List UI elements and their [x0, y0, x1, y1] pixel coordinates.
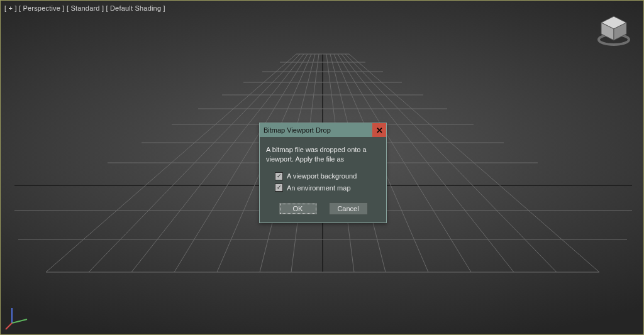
option-label: A viewport background — [287, 172, 357, 181]
checkbox-icon[interactable] — [275, 184, 283, 192]
dialog-title: Bitmap Viewport Drop — [264, 126, 372, 134]
viewport[interactable]: [ + ] [ Perspective ] [ Standard ] [ Def… — [0, 0, 644, 335]
close-button[interactable]: ✕ — [372, 123, 386, 137]
svg-line-33 — [12, 319, 27, 323]
ok-button[interactable]: OK — [279, 202, 318, 215]
option-viewport-background[interactable]: A viewport background — [266, 172, 380, 181]
viewport-style-label[interactable]: [ Standard ] — [67, 4, 104, 12]
axis-gizmo — [6, 304, 31, 329]
bitmap-viewport-drop-dialog: Bitmap Viewport Drop ✕ A bitmap file was… — [259, 123, 387, 223]
checkbox-icon[interactable] — [275, 172, 283, 180]
close-icon: ✕ — [376, 126, 383, 135]
option-label: An environment map — [287, 184, 351, 193]
viewport-label-bar: [ + ] [ Perspective ] [ Standard ] [ Def… — [4, 4, 165, 12]
viewcube[interactable] — [598, 14, 630, 46]
svg-line-34 — [6, 323, 12, 329]
viewport-view-label[interactable]: [ Perspective ] — [19, 4, 65, 12]
cancel-button[interactable]: Cancel — [329, 202, 368, 215]
dialog-titlebar[interactable]: Bitmap Viewport Drop ✕ — [260, 123, 386, 137]
dialog-message: A bitmap file was dropped onto a viewpor… — [266, 145, 380, 164]
viewport-shading-label[interactable]: [ Default Shading ] — [106, 4, 165, 12]
option-environment-map[interactable]: An environment map — [266, 184, 380, 193]
viewport-menu-button[interactable]: [ + ] — [4, 4, 17, 12]
